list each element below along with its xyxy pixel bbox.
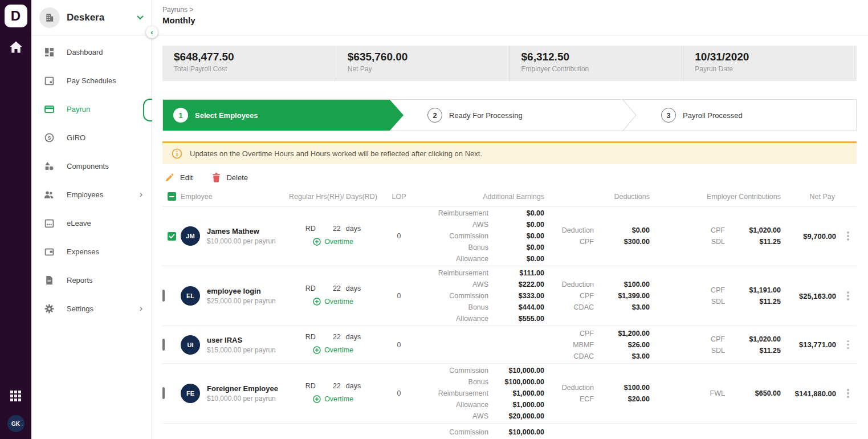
info-banner: Updates on the Overtime Hours and Hours …: [162, 141, 857, 164]
employee-avatar: EL: [181, 286, 200, 306]
earning-value: $222.00: [496, 279, 544, 290]
sidebar-item-eleave[interactable]: eLeave: [31, 209, 152, 237]
sidebar-item-dashboard[interactable]: Dashboard: [31, 38, 152, 66]
breadcrumb[interactable]: Payruns >: [162, 6, 868, 14]
col-header-netpay: Net Pay: [785, 193, 840, 201]
summary-card-label: Employer Contribution: [521, 65, 683, 73]
contribution-value: $1,020.00: [733, 225, 781, 236]
chevron-right-icon: ›: [140, 190, 142, 199]
lop-value: 0: [383, 389, 415, 397]
summary-card-value: $648,477.50: [174, 51, 336, 63]
earnings-cell: Reimbursement$111.00AWS$222.00Commission…: [415, 267, 549, 324]
sidebar-item-label: Payrun: [67, 105, 90, 113]
summary-card: $635,760.00 Net Pay: [336, 46, 510, 81]
summary-card-value: $635,760.00: [348, 51, 510, 63]
content-area: $648,477.50 Total Payroll Cost $635,760.…: [152, 35, 868, 437]
chevron-down-icon[interactable]: [137, 15, 144, 20]
deductions-cell: Deduction$100.00CPF$1,399.00CDAC$3.00: [549, 279, 654, 313]
net-pay: $9,700.00: [785, 232, 840, 241]
sidebar-item-settings[interactable]: Settings ›: [31, 294, 152, 323]
deduction-value: $26.00: [602, 339, 650, 351]
overtime-link[interactable]: Overtime: [313, 298, 353, 306]
edit-button[interactable]: Edit: [162, 169, 195, 186]
earning-value: $111.00: [496, 267, 544, 279]
employee-row: EL employee login $25,000.00 per payrun …: [162, 266, 857, 326]
employee-name: employee login: [207, 287, 276, 295]
step-divider-chevron: [622, 100, 637, 131]
deduction-value: $1,200.00: [602, 328, 650, 339]
sidebar-item-label: Settings: [67, 304, 93, 313]
sidebar-collapse-button[interactable]: ‹: [146, 26, 158, 38]
select-all-checkbox[interactable]: [168, 192, 176, 201]
contribution-value: $11.25: [733, 345, 781, 356]
lop-value: 0: [383, 232, 415, 240]
net-pay: $13,771.00: [785, 340, 840, 349]
brand-name: Deskera: [67, 12, 104, 23]
step-ready-for-processing[interactable]: 2 Ready For Processing: [404, 100, 622, 131]
earning-value: $1,000.00: [496, 388, 544, 399]
contribution-label: CPF: [711, 334, 725, 345]
lop-value: 0: [383, 292, 415, 300]
employee-row: UI user IRAS $15,000.00 per payrun RD 22: [162, 326, 857, 364]
earning-value: $10,000.00: [496, 365, 544, 376]
period-value: 22: [333, 333, 341, 341]
sidebar-item-employees[interactable]: Employees ›: [31, 180, 152, 209]
deduction-label: CPF: [580, 290, 594, 302]
employee-rate: $25,000.00 per payrun: [207, 297, 276, 305]
reports-icon: [44, 275, 54, 285]
employee-name: James Mathew: [207, 227, 276, 235]
payrun-stepper: 1 Select Employees 2 Ready For Processin…: [162, 99, 857, 131]
employee-row: FE Foreigner Employee $10,000.00 per pay…: [162, 364, 857, 424]
overtime-link[interactable]: Overtime: [313, 238, 353, 246]
row-menu-button[interactable]: [840, 231, 857, 241]
svg-text:S: S: [47, 135, 51, 140]
payrun-table: Employee Regular Hrs(RH)/ Days(RD) LOP A…: [162, 187, 857, 437]
earnings-cell: Commission$10,000.00Bonus$100,000.00Reim…: [415, 365, 549, 422]
deduction-value: $0.00: [602, 225, 650, 236]
sidebar-item-giro[interactable]: S GIRO: [31, 123, 152, 152]
sidebar-item-reports[interactable]: Reports: [31, 266, 152, 294]
deduction-value: $100.00: [602, 382, 650, 393]
schedule-type: RD: [305, 225, 316, 233]
org-switcher[interactable]: Deskera: [31, 0, 152, 35]
main-content: Payruns > Monthly $648,477.50 Total Payr…: [152, 0, 868, 439]
earning-value: $20,000.00: [496, 410, 544, 422]
apps-grid-icon[interactable]: [10, 391, 21, 401]
step-select-employees[interactable]: 1 Select Employees: [163, 100, 404, 131]
overtime-link[interactable]: Overtime: [313, 346, 353, 354]
step-label: Ready For Processing: [449, 111, 523, 120]
schedule-type: RD: [305, 284, 316, 292]
col-header-lop: LOP: [383, 193, 415, 201]
row-checkbox[interactable]: [162, 387, 165, 399]
settings-icon: [44, 303, 54, 314]
overtime-link[interactable]: Overtime: [313, 395, 353, 403]
net-pay: $141,880.00: [785, 389, 840, 398]
expenses-icon: [44, 246, 54, 257]
sidebar-item-components[interactable]: Components: [31, 152, 152, 180]
earning-label: Reimbursement: [438, 267, 488, 279]
contribution-value: $11.25: [733, 236, 781, 247]
row-checkbox[interactable]: [162, 339, 165, 351]
step-label: Select Employees: [195, 111, 258, 120]
row-checkbox[interactable]: [162, 290, 165, 302]
sidebar-item-label: eLeave: [67, 219, 91, 227]
deskera-logo[interactable]: D: [5, 5, 27, 27]
step-payroll-processed[interactable]: 3 Payroll Processed: [637, 100, 856, 131]
sidebar-item-payrun[interactable]: Payrun: [31, 95, 152, 123]
row-checkbox[interactable]: [168, 232, 176, 241]
table-header: Employee Regular Hrs(RH)/ Days(RD) LOP A…: [162, 187, 857, 206]
row-menu-button[interactable]: [840, 340, 857, 349]
sidebar-item-expenses[interactable]: Expenses: [31, 237, 152, 266]
sidebar-item-pay-schedules[interactable]: Pay Schedules: [31, 66, 152, 95]
net-pay: $25,163.00: [785, 292, 840, 300]
delete-button[interactable]: Delete: [210, 169, 250, 186]
period-unit: days: [346, 284, 361, 292]
row-menu-button[interactable]: [840, 389, 857, 398]
home-icon[interactable]: [9, 40, 23, 56]
user-avatar[interactable]: GK: [7, 415, 25, 432]
row-menu-button[interactable]: [840, 291, 857, 300]
overtime-label: Overtime: [324, 395, 353, 403]
info-banner-text: Updates on the Overtime Hours and Hours …: [190, 149, 482, 158]
lop-value: 0: [383, 341, 415, 349]
schedule-type: RD: [305, 333, 316, 341]
